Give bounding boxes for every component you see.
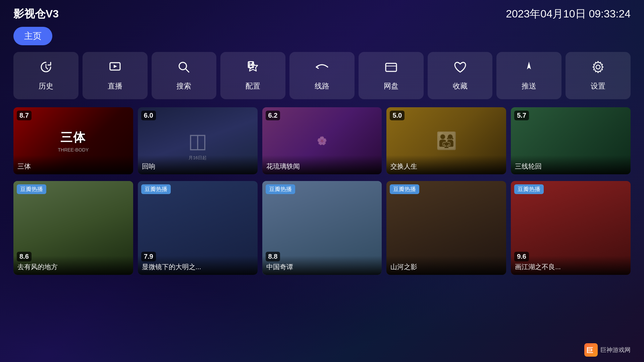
title-xianwei: 显微镜下的大明之... bbox=[138, 256, 258, 275]
svg-point-10 bbox=[596, 65, 600, 69]
menu-push[interactable]: 推送 bbox=[496, 52, 561, 99]
movie-card-sanxian[interactable]: 5.7 三线轮回 bbox=[511, 107, 631, 174]
movie-card-huajiang[interactable]: 豆瓣热播 9.6 画江湖之不良... bbox=[511, 181, 631, 275]
title-quyoufeng: 去有风的地方 bbox=[13, 256, 133, 275]
menu-favorites[interactable]: 收藏 bbox=[428, 52, 493, 99]
movie-card-shanhe[interactable]: 豆瓣热播 山河之影 bbox=[386, 181, 506, 275]
settings-icon bbox=[591, 60, 605, 76]
title-huixiang: 回响 bbox=[138, 155, 258, 174]
movies-row-1: 三体 THREE-BODY 8.7 三体 ◫ 月16日起 6.0 回响 🌸 bbox=[13, 107, 631, 174]
content-section: 三体 THREE-BODY 8.7 三体 ◫ 月16日起 6.0 回响 🌸 bbox=[13, 107, 631, 275]
config-label: 配置 bbox=[246, 81, 260, 91]
svg-marker-9 bbox=[527, 62, 531, 69]
movie-card-jiaohuan[interactable]: 👨‍👩‍👧 5.0 交换人生 bbox=[386, 107, 506, 174]
title-hualiu: 花琉璃轶闻 bbox=[262, 155, 382, 174]
push-label: 推送 bbox=[522, 81, 536, 91]
favorites-icon bbox=[453, 60, 467, 76]
favorites-label: 收藏 bbox=[453, 81, 468, 91]
route-label: 线路 bbox=[315, 81, 329, 91]
rating-sanxian: 5.7 bbox=[514, 111, 529, 120]
search-label: 搜索 bbox=[176, 81, 191, 91]
movie-card-quyoufeng[interactable]: 豆瓣热播 8.6 去有风的地方 bbox=[13, 181, 133, 275]
app-container: 影视仓V3 2023年04月10日 09:33:24 主页 历史 bbox=[0, 0, 644, 362]
live-label: 直播 bbox=[108, 81, 122, 91]
menu-row: 历史 直播 搜索 bbox=[13, 52, 631, 99]
badge-zhongguo: 豆瓣热播 bbox=[266, 184, 295, 194]
history-label: 历史 bbox=[39, 81, 53, 91]
history-icon bbox=[39, 60, 53, 76]
push-icon bbox=[522, 60, 536, 76]
menu-config[interactable]: 配置 bbox=[220, 52, 285, 99]
title-zhongguo: 中国奇谭 bbox=[262, 256, 382, 275]
title-jiaohuan: 交换人生 bbox=[386, 155, 506, 174]
rating-jiaohuan: 5.0 bbox=[390, 111, 405, 120]
menu-search[interactable]: 搜索 bbox=[152, 52, 217, 99]
title-shanhe: 山河之影 bbox=[386, 256, 506, 275]
movies-row-2: 豆瓣热播 8.6 去有风的地方 豆瓣热播 7.9 显微镜下的大明之... 豆瓣热… bbox=[13, 181, 631, 275]
movie-card-xianwei[interactable]: 豆瓣热播 7.9 显微镜下的大明之... bbox=[138, 181, 258, 275]
title-sanxian: 三线轮回 bbox=[511, 155, 631, 174]
menu-netdisk[interactable]: 网盘 bbox=[359, 52, 424, 99]
menu-settings[interactable]: 设置 bbox=[566, 52, 631, 99]
search-icon bbox=[177, 60, 191, 76]
badge-xianwei: 豆瓣热播 bbox=[141, 184, 171, 194]
movie-card-hualiu[interactable]: 🌸 6.2 花琉璃轶闻 bbox=[262, 107, 382, 174]
live-icon bbox=[108, 60, 122, 76]
app-title: 影视仓V3 bbox=[13, 7, 59, 21]
nav-home: 主页 bbox=[13, 27, 631, 45]
rating-threebody: 8.7 bbox=[17, 111, 32, 120]
menu-live[interactable]: 直播 bbox=[83, 52, 148, 99]
svg-marker-1 bbox=[114, 65, 117, 68]
movie-card-threebody[interactable]: 三体 THREE-BODY 8.7 三体 bbox=[13, 107, 133, 174]
badge-huajiang: 豆瓣热播 bbox=[514, 184, 544, 194]
settings-label: 设置 bbox=[591, 81, 605, 91]
menu-route[interactable]: 线路 bbox=[289, 52, 355, 99]
netdisk-label: 网盘 bbox=[384, 81, 398, 91]
menu-history[interactable]: 历史 bbox=[13, 52, 78, 99]
movie-card-huixiang[interactable]: ◫ 月16日起 6.0 回响 bbox=[138, 107, 258, 174]
netdisk-icon bbox=[384, 60, 398, 76]
title-huajiang: 画江湖之不良... bbox=[511, 256, 631, 275]
rating-hualiu: 6.2 bbox=[266, 111, 280, 120]
home-button[interactable]: 主页 bbox=[13, 27, 52, 45]
movie-card-zhongguo[interactable]: 豆瓣热播 8.8 中国奇谭 bbox=[262, 181, 382, 275]
svg-rect-7 bbox=[386, 63, 396, 71]
header: 影视仓V3 2023年04月10日 09:33:24 bbox=[13, 7, 631, 21]
badge-shanhe: 豆瓣热播 bbox=[390, 184, 419, 194]
config-icon bbox=[246, 60, 260, 76]
rating-huixiang: 6.0 bbox=[141, 111, 156, 120]
datetime: 2023年04月10日 09:33:24 bbox=[506, 7, 631, 21]
badge-quyoufeng: 豆瓣热播 bbox=[17, 184, 46, 194]
svg-line-3 bbox=[185, 69, 189, 72]
title-threebody: 三体 bbox=[13, 155, 133, 174]
route-icon bbox=[315, 60, 329, 76]
